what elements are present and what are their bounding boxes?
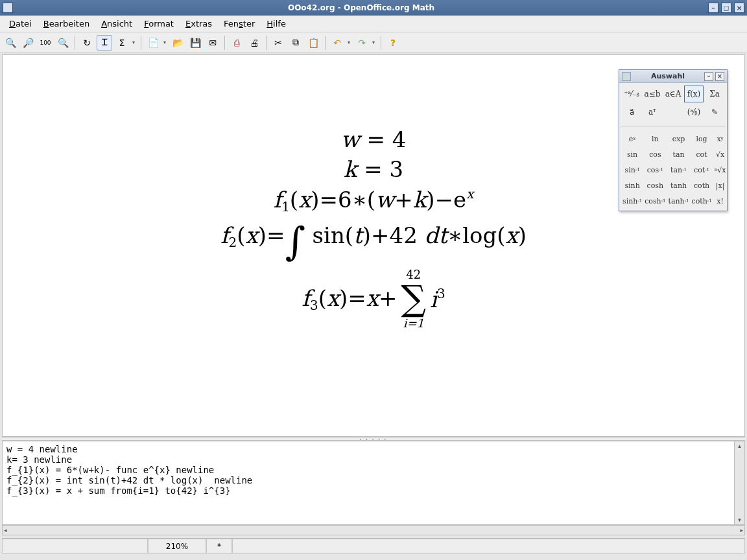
horizontal-scrollbar[interactable]: ◂ ▸	[2, 525, 745, 535]
menu-fenster[interactable]: Fenster	[219, 17, 260, 30]
palette-function-cell[interactable]: coth	[691, 178, 713, 192]
palette-function-cell[interactable]: cosh-1	[644, 194, 666, 208]
separator	[325, 36, 326, 50]
new-doc-icon[interactable]: 📄	[145, 35, 161, 51]
palette-function-cell[interactable]: cosh	[644, 178, 666, 192]
scroll-right-icon[interactable]: ▸	[740, 527, 743, 533]
palette-function-cell[interactable]: x!	[714, 194, 727, 208]
palette-function-cell[interactable]: tan	[668, 147, 690, 161]
menu-hilfe[interactable]: Hilfe	[261, 17, 291, 30]
mail-icon[interactable]: ✉	[205, 35, 220, 51]
export-pdf-icon[interactable]: ⎙	[229, 35, 244, 51]
separator	[224, 36, 225, 50]
palette-function-cell[interactable]: coth-1	[691, 194, 713, 208]
menu-format[interactable]: Format	[139, 17, 179, 30]
cut-icon[interactable]: ✂	[270, 35, 286, 51]
dropdown-arrow-icon[interactable]: ▾	[372, 40, 377, 45]
dropdown-arrow-icon[interactable]: ▾	[163, 40, 168, 45]
close-button[interactable]: ×	[734, 3, 744, 13]
palette-category-cell[interactable]: ⁺ᵃ⁄₋ᵦ	[622, 86, 641, 102]
window-title: OOo42.org - OpenOffice.org Math	[17, 3, 706, 12]
palette-function-cell[interactable]: |x|	[714, 178, 727, 192]
menu-datei[interactable]: Datei	[4, 17, 37, 30]
scroll-left-icon[interactable]: ◂	[4, 527, 7, 533]
palette-category-cell[interactable]: ✎	[705, 104, 724, 121]
palette-titlebar[interactable]: Auswahl – ×	[619, 70, 727, 83]
palette-function-cell[interactable]: tanh	[668, 178, 690, 192]
copy-icon[interactable]: ⧉	[288, 35, 303, 51]
selection-palette[interactable]: Auswahl – × ⁺ᵃ⁄₋ᵦa≤ba∈Af(x)Σaa⃗aᵀ(ᵃ⁄ᵦ)✎ …	[619, 69, 728, 211]
undo-icon[interactable]: ↶	[329, 35, 345, 51]
palette-category-grid: ⁺ᵃ⁄₋ᵦa≤ba∈Af(x)Σaa⃗aᵀ(ᵃ⁄ᵦ)✎	[619, 83, 727, 123]
zoom-in-icon[interactable]: 🔍	[3, 35, 18, 51]
status-zoom[interactable]: 210%	[148, 539, 206, 554]
command-editor[interactable]: w = 4 newline k= 3 newline f_{1}(x) = 6*…	[2, 441, 735, 525]
dropdown-arrow-icon[interactable]: ▾	[347, 40, 352, 45]
palette-category-cell[interactable]: a∈A	[663, 86, 683, 102]
formula-line-1: w = 4	[341, 126, 407, 152]
palette-function-cell[interactable]: √x	[714, 147, 727, 161]
sum-lower-limit: i=1	[403, 316, 424, 330]
palette-category-cell[interactable]: a≤b	[643, 86, 662, 102]
minimize-button[interactable]: –	[708, 3, 718, 13]
palette-close-button[interactable]: ×	[715, 72, 724, 81]
menubar: Datei Bearbeiten Ansicht Format Extras F…	[0, 16, 747, 32]
palette-separator	[621, 126, 726, 126]
palette-function-cell[interactable]: ex	[622, 132, 643, 146]
open-icon[interactable]: 📂	[170, 35, 185, 51]
sigma-icon[interactable]: Σ	[114, 35, 130, 51]
palette-function-cell[interactable]: cos-1	[644, 163, 666, 177]
palette-category-cell[interactable]: a⃗	[622, 104, 641, 121]
palette-minimize-button[interactable]: –	[704, 72, 713, 81]
app-icon	[3, 3, 13, 13]
save-icon[interactable]: 💾	[187, 35, 203, 51]
dropdown-arrow-icon[interactable]: ▾	[132, 40, 137, 45]
palette-function-cell[interactable]: xy	[714, 132, 727, 146]
palette-icon	[622, 72, 631, 81]
palette-function-cell[interactable]: log	[691, 132, 713, 146]
palette-function-cell[interactable]: n√x	[714, 163, 727, 177]
redo-icon[interactable]: ↷	[354, 35, 370, 51]
titlebar: OOo42.org - OpenOffice.org Math – ◻ ×	[0, 0, 747, 16]
palette-function-cell[interactable]: cot-1	[691, 163, 713, 177]
palette-function-cell[interactable]: tan-1	[668, 163, 690, 177]
paste-icon[interactable]: 📋	[305, 35, 321, 51]
print-icon[interactable]: 🖨	[246, 35, 262, 51]
help-icon[interactable]: ?	[385, 35, 401, 51]
palette-category-cell[interactable]: Σa	[705, 86, 724, 102]
status-modified: *	[206, 539, 232, 554]
refresh-icon[interactable]: ↻	[79, 35, 95, 51]
scroll-up-icon[interactable]: ▴	[738, 441, 741, 450]
separator	[266, 36, 267, 50]
maximize-button[interactable]: ◻	[721, 3, 731, 13]
separator	[381, 36, 381, 50]
formula-view[interactable]: w = 4 k = 3 f1(x)=6∗(w+k)−ex f2(x)=∫ sin…	[2, 54, 745, 437]
palette-category-cell[interactable]	[663, 104, 683, 121]
zoom-fit-icon[interactable]: 🔍	[55, 35, 71, 51]
palette-function-cell[interactable]: cot	[691, 147, 713, 161]
cursor-icon[interactable]: Ꮖ	[97, 35, 112, 51]
status-cell-rest	[232, 539, 745, 554]
palette-function-cell[interactable]: sinh-1	[622, 194, 643, 208]
palette-function-cell[interactable]: sin	[622, 147, 643, 161]
menu-ansicht[interactable]: Ansicht	[96, 17, 137, 30]
vertical-scrollbar[interactable]: ▴ ▾	[735, 441, 745, 525]
palette-function-cell[interactable]: cos	[644, 147, 666, 161]
separator	[75, 36, 75, 50]
sigma-symbol-icon: ∑	[401, 281, 427, 316]
palette-function-cell[interactable]: sinh	[622, 178, 643, 192]
palette-function-cell[interactable]: exp	[668, 132, 690, 146]
separator	[141, 36, 141, 50]
palette-function-cell[interactable]: sin-1	[622, 163, 643, 177]
palette-category-cell[interactable]: f(x)	[684, 86, 704, 102]
zoom-100-icon[interactable]: 100	[38, 35, 53, 51]
palette-category-cell[interactable]: (ᵃ⁄ᵦ)	[684, 104, 704, 121]
menu-extras[interactable]: Extras	[180, 17, 217, 30]
palette-functions-grid: exlnexplogxysincostancot√xsin-1cos-1tan-…	[619, 129, 727, 211]
scroll-down-icon[interactable]: ▾	[738, 515, 741, 524]
zoom-out-icon[interactable]: 🔎	[20, 35, 36, 51]
palette-function-cell[interactable]: ln	[644, 132, 666, 146]
menu-bearbeiten[interactable]: Bearbeiten	[38, 17, 95, 30]
palette-category-cell[interactable]: aᵀ	[643, 104, 662, 121]
palette-function-cell[interactable]: tanh-1	[668, 194, 690, 208]
